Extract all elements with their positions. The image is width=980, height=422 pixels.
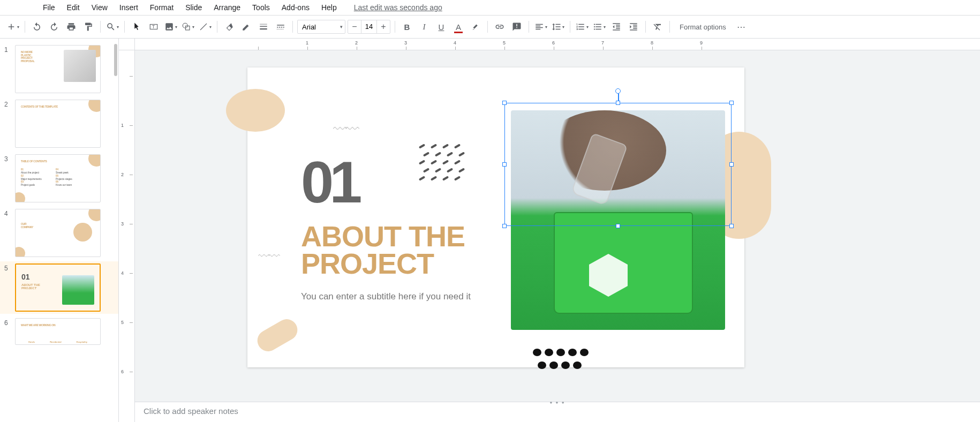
font-size-decrease[interactable]: − (348, 22, 361, 32)
select-tool[interactable] (129, 19, 144, 34)
italic-button[interactable]: I (417, 19, 432, 34)
redo-button[interactable] (47, 19, 62, 34)
menu-bar: File Edit View Insert Format Slide Arran… (0, 0, 980, 15)
font-family-label: Arial (302, 23, 316, 31)
thumb-number: 3 (4, 154, 15, 163)
thumb-number: 4 (4, 209, 15, 217)
thumb-image-placeholder (64, 50, 96, 82)
resize-handle[interactable] (502, 101, 507, 105)
slide-thumb-4[interactable]: OUR COMPANY (15, 209, 101, 257)
thumb-number: 6 (4, 318, 15, 327)
menu-arrange[interactable]: Arrange (208, 1, 246, 14)
highlight-color-button[interactable] (468, 19, 483, 34)
speaker-notes-placeholder: Click to add speaker notes (144, 406, 238, 416)
resize-handle[interactable] (729, 101, 734, 105)
underline-button[interactable]: U (434, 19, 449, 34)
border-dash-button[interactable] (273, 19, 288, 34)
zoom-button[interactable] (105, 19, 120, 34)
comment-button[interactable] (509, 19, 524, 34)
fill-color-button[interactable] (222, 19, 237, 34)
slide-image[interactable] (511, 110, 725, 330)
decorative-blob (253, 315, 301, 356)
menu-edit[interactable]: Edit (62, 1, 85, 14)
numbered-list-button[interactable] (575, 19, 590, 34)
indent-increase-button[interactable] (626, 19, 641, 34)
resize-handle[interactable] (502, 162, 507, 167)
thumb-title: WHAT WE ARE WORKING ON (16, 319, 100, 327)
scrollbar-thumb[interactable] (114, 44, 117, 76)
font-family-select[interactable]: Arial (297, 20, 345, 34)
thumb-title: CONTENTS OF THIS TEMPLATE (16, 100, 100, 109)
toolbar: T Arial − 14 + B I U A Format options ⋯ (0, 15, 980, 39)
thumb-title: TABLE OF CONTENTS (16, 155, 100, 163)
font-size-value[interactable]: 14 (361, 20, 377, 33)
menu-addons[interactable]: Add-ons (276, 1, 315, 14)
line-tool[interactable] (198, 19, 213, 34)
slide-canvas[interactable]: 〰〰 〰〰 01 ABOUT THEPROJECT You can enter … (247, 67, 744, 367)
thumb-number: 2 (4, 100, 15, 108)
font-size-increase[interactable]: + (377, 22, 390, 32)
horizontal-ruler[interactable]: 123456789 (135, 39, 980, 50)
image-recycle-bin (554, 212, 693, 314)
new-slide-button[interactable] (5, 19, 20, 34)
svg-text:T: T (152, 25, 155, 29)
undo-button[interactable] (29, 19, 44, 34)
menu-file[interactable]: File (37, 1, 61, 14)
slide-thumb-5[interactable]: 01 ABOUT THE PROJECT (15, 263, 101, 312)
svg-line-4 (200, 24, 207, 30)
font-size-control: − 14 + (348, 20, 390, 34)
clear-formatting-button[interactable] (650, 19, 665, 34)
last-edit-link[interactable]: Last edit was seconds ago (349, 1, 448, 14)
vertical-ruler[interactable]: 123456 (119, 50, 135, 422)
slide-thumb-3[interactable]: TABLE OF CONTENTS 01About the project 02… (15, 154, 101, 202)
indent-decrease-button[interactable] (609, 19, 624, 34)
format-options-button[interactable]: Format options (674, 23, 732, 31)
textbox-tool[interactable]: T (146, 19, 161, 34)
svg-rect-8 (277, 25, 284, 26)
decorative-dashes (419, 145, 472, 188)
resize-handle[interactable] (502, 224, 507, 228)
menu-help[interactable]: Help (316, 1, 342, 14)
bulleted-list-button[interactable] (592, 19, 607, 34)
link-button[interactable] (492, 19, 507, 34)
align-button[interactable] (533, 19, 548, 34)
menu-format[interactable]: Format (145, 1, 179, 14)
thumb-title: ABOUT THE PROJECT (21, 283, 40, 290)
decorative-blob (226, 89, 285, 132)
resize-handle[interactable] (616, 101, 620, 105)
slide-number-text[interactable]: 01 (301, 148, 358, 216)
more-button[interactable]: ⋯ (734, 19, 749, 34)
border-weight-button[interactable] (256, 19, 271, 34)
line-spacing-button[interactable] (551, 19, 566, 34)
slide-thumb-2[interactable]: CONTENTS OF THIS TEMPLATE (15, 100, 101, 148)
shape-tool[interactable] (180, 19, 195, 34)
thumb-number: 5 (4, 263, 15, 272)
paint-format-button[interactable] (81, 19, 96, 34)
menu-tools[interactable]: Tools (247, 1, 275, 14)
bold-button[interactable]: B (399, 19, 414, 34)
text-color-button[interactable]: A (451, 19, 466, 34)
border-color-button[interactable] (239, 19, 254, 34)
slide-thumb-1[interactable]: NO MORE PLASTIC PROJECT PROPOSAL (15, 45, 101, 93)
slide-subtitle-text[interactable]: You can enter a subtitle here if you nee… (301, 291, 471, 302)
slide-title-text[interactable]: ABOUT THEPROJECT (301, 223, 465, 278)
slide-filmstrip[interactable]: 1 NO MORE PLASTIC PROJECT PROPOSAL 2 CON… (0, 39, 119, 422)
slide-thumb-6[interactable]: WHAT WE ARE WORKING ON HotelsResidential… (15, 318, 101, 345)
rotate-handle[interactable] (615, 88, 621, 94)
image-tool[interactable] (163, 19, 178, 34)
speaker-notes[interactable]: ● ● ● Click to add speaker notes (135, 402, 980, 422)
menu-slide[interactable]: Slide (180, 1, 207, 14)
canvas-area[interactable]: 123456789 123456 〰〰 〰〰 01 ABOUT THEPROJE… (119, 39, 980, 422)
svg-rect-6 (260, 26, 267, 27)
decorative-dots (531, 347, 590, 373)
recycle-icon (587, 254, 630, 297)
ruler-corner (119, 39, 135, 50)
thumb-number: 1 (4, 45, 15, 54)
notes-resize-grip[interactable]: ● ● ● (550, 400, 566, 405)
decorative-squiggle: 〰〰 (258, 250, 278, 263)
menu-insert[interactable]: Insert (114, 1, 144, 14)
print-button[interactable] (64, 19, 79, 34)
decorative-squiggle: 〰〰 (333, 121, 358, 138)
menu-view[interactable]: View (86, 1, 113, 14)
svg-point-2 (183, 23, 187, 28)
